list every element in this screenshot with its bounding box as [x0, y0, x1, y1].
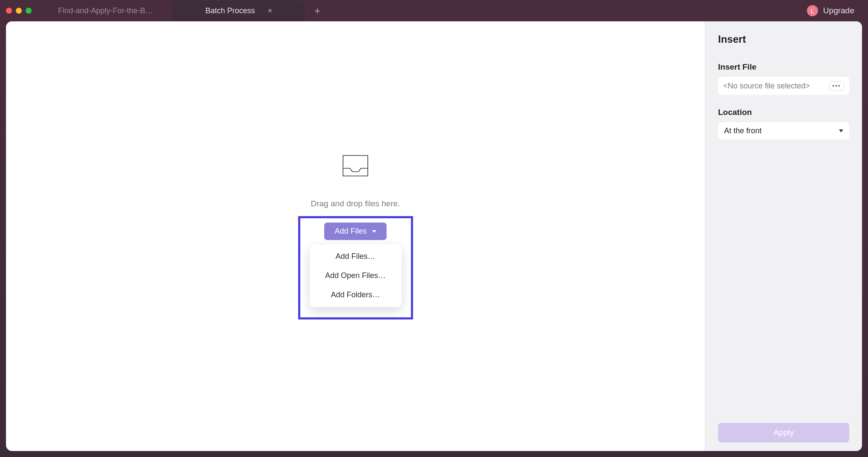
window-controls — [6, 8, 32, 14]
panel-footer: Apply — [718, 423, 849, 442]
menu-item-add-files[interactable]: Add Files… — [310, 247, 402, 266]
avatar[interactable]: L — [807, 5, 818, 16]
location-select[interactable]: At the front — [718, 122, 849, 140]
add-files-button[interactable]: Add Files — [324, 223, 386, 240]
apply-button[interactable]: Apply — [718, 423, 849, 442]
location-field: Location At the front — [718, 108, 849, 140]
tab-bar: Find-and-Apply-For-the-B… Batch Process … — [49, 0, 807, 21]
source-file-selector[interactable]: <No source file selected> ••• — [718, 77, 849, 95]
add-files-menu: Add Files… Add Open Files… Add Folders… — [310, 244, 402, 307]
tab-label: Find-and-Apply-For-the-B… — [58, 6, 153, 15]
new-tab-button[interactable]: ＋ — [305, 4, 330, 17]
inbox-icon — [340, 153, 370, 179]
location-value: At the front — [724, 126, 762, 135]
insert-file-field: Insert File <No source file selected> ••… — [718, 62, 849, 95]
tab-batch-process[interactable]: Batch Process × — [173, 1, 305, 21]
main-area: Drag and drop files here. Add Files Add … — [6, 21, 705, 451]
location-label: Location — [718, 108, 849, 117]
chevron-down-icon — [839, 129, 843, 132]
menu-item-add-open-files[interactable]: Add Open Files… — [310, 266, 402, 285]
chevron-down-icon — [372, 230, 376, 233]
drop-hint: Drag and drop files here. — [311, 199, 400, 208]
app-window: Drag and drop files here. Add Files Add … — [6, 21, 862, 451]
titlebar-right: L Upgrade — [807, 5, 862, 16]
source-file-value: <No source file selected> — [723, 82, 810, 91]
close-tab-icon[interactable]: × — [268, 6, 273, 15]
add-files-region: Add Files Add Files… Add Open Files… Add… — [298, 216, 413, 319]
insert-file-label: Insert File — [718, 62, 849, 72]
side-panel: Insert Insert File <No source file selec… — [705, 21, 862, 451]
minimize-window-button[interactable] — [16, 8, 22, 14]
drop-zone[interactable]: Drag and drop files here. Add Files Add … — [298, 153, 413, 319]
avatar-initial: L — [811, 7, 814, 15]
tab-find-apply[interactable]: Find-and-Apply-For-the-B… — [49, 1, 173, 21]
more-icon[interactable]: ••• — [829, 81, 844, 91]
tab-label: Batch Process — [205, 6, 255, 15]
menu-item-add-folders[interactable]: Add Folders… — [310, 285, 402, 305]
upgrade-link[interactable]: Upgrade — [823, 6, 854, 15]
fullscreen-window-button[interactable] — [26, 8, 32, 14]
panel-title: Insert — [718, 33, 849, 45]
titlebar: Find-and-Apply-For-the-B… Batch Process … — [0, 0, 868, 21]
add-files-button-label: Add Files — [334, 227, 367, 236]
close-window-button[interactable] — [6, 8, 12, 14]
